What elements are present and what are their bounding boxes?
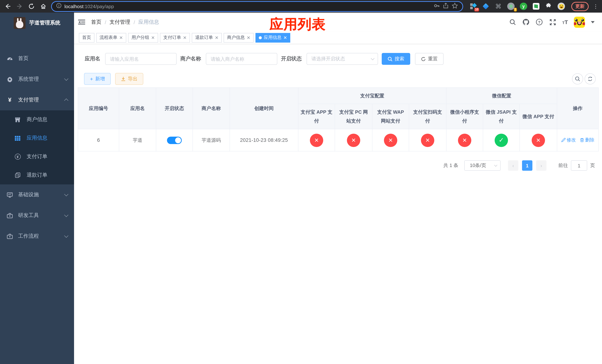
toolbox-icon <box>7 233 13 239</box>
close-icon[interactable]: ✕ <box>183 35 187 40</box>
group-wechat-config: 微信配置 <box>446 87 557 104</box>
page-number-button[interactable]: 1 <box>522 160 532 171</box>
tab-refund-order[interactable]: 退款订单✕ <box>192 33 222 43</box>
status-label: 开启状态 <box>281 55 302 62</box>
breadcrumb: 首页 / 支付管理 / 应用信息 <box>91 19 159 25</box>
close-icon[interactable]: ✕ <box>215 35 218 40</box>
next-page-button[interactable]: › <box>536 160 547 171</box>
col-actions: 操作 <box>557 87 599 129</box>
tab-app-info[interactable]: 应用信息✕ <box>256 33 290 43</box>
share-icon[interactable] <box>443 3 449 10</box>
close-icon[interactable]: ✕ <box>151 35 155 40</box>
chevron-down-icon <box>64 192 68 196</box>
search-icon <box>575 76 580 81</box>
refresh-table-button[interactable] <box>585 73 596 85</box>
payment-submenu: 商户信息 应用信息 ¥ 支付订单 <box>0 110 74 184</box>
extension-y-icon[interactable]: y <box>519 2 527 10</box>
browser-update-button[interactable]: 更新 <box>571 2 589 11</box>
cell-created-time: 2021-10-23 08:49:25 <box>230 129 298 151</box>
breadcrumb-home[interactable]: 首页 <box>91 19 101 25</box>
toggle-search-button[interactable] <box>572 73 583 85</box>
goto-page-input[interactable] <box>571 160 587 171</box>
sidebar-item-infrastructure[interactable]: 基础设施 <box>0 184 74 205</box>
search-button[interactable]: 搜索 <box>382 53 410 65</box>
browser-forward-icon[interactable] <box>15 1 24 11</box>
table-row: 6 芋道 芋道源码 2021-10-23 08:49:25 <box>78 129 599 151</box>
page-info-icon[interactable] <box>56 3 62 10</box>
cell-app-name: 芋道 <box>119 129 156 151</box>
sidebar-item-refund-order[interactable]: 退款订单 <box>0 166 74 184</box>
browser-home-icon[interactable] <box>39 1 48 11</box>
page-size-select[interactable]: 10条/页 <box>464 160 501 171</box>
sidebar-item-label: 首页 <box>18 55 29 62</box>
merchant-name-label: 商户名称 <box>180 55 201 62</box>
font-size-icon[interactable]: TT <box>562 19 568 25</box>
extension-camera-icon[interactable]: 1 <box>507 2 515 10</box>
sidebar-item-workflow[interactable]: 工作流程 <box>0 226 74 247</box>
tab-home[interactable]: 首页✕ <box>79 33 94 43</box>
password-key-icon[interactable] <box>434 2 440 10</box>
extension-gem-icon[interactable] <box>482 2 490 10</box>
sidebar-item-label: 商户信息 <box>27 116 47 123</box>
profile-avatar-icon[interactable] <box>557 2 565 10</box>
sidebar-item-label: 系统管理 <box>18 76 39 83</box>
extension-chat-icon[interactable] <box>532 2 540 10</box>
sidebar-item-payment[interactable]: ¥ 支付管理 <box>0 90 74 110</box>
edit-button[interactable]: 修改 <box>561 137 576 143</box>
prev-page-button[interactable]: ‹ <box>508 160 518 171</box>
alipay-qr-status-icon <box>421 133 434 147</box>
close-icon[interactable]: ✕ <box>247 35 250 40</box>
extension-blocks-icon[interactable]: 10 <box>469 2 477 10</box>
add-button[interactable]: + 新增 <box>84 73 111 85</box>
address-bar[interactable]: localhost:1024/pay/app <box>52 2 462 11</box>
export-button[interactable]: 导出 <box>115 73 143 85</box>
sidebar-item-pay-order[interactable]: ¥ 支付订单 <box>0 147 74 166</box>
alipay-wap-status-icon <box>384 133 397 147</box>
browser-reload-icon[interactable] <box>27 1 36 11</box>
status-toggle[interactable] <box>167 137 182 144</box>
user-avatar[interactable] <box>574 16 585 28</box>
github-icon[interactable] <box>522 18 530 26</box>
group-alipay-config: 支付宝配置 <box>298 87 446 104</box>
tab-merchant-info[interactable]: 商户信息✕ <box>224 33 254 43</box>
reset-button[interactable]: 重置 <box>415 53 443 65</box>
breadcrumb-payment[interactable]: 支付管理 <box>110 19 130 25</box>
status-select[interactable]: 请选择开启状态 <box>307 53 378 65</box>
dashboard-icon <box>7 55 13 62</box>
alipay-pc-status-icon <box>347 133 360 147</box>
table-group-header-row: 应用编号 应用名 开启状态 商户名称 创建时间 支付宝配置 微信配置 操作 <box>78 87 599 104</box>
sidebar-item-label: 研发工具 <box>18 212 39 219</box>
pagination-total: 共 1 条 <box>443 162 458 169</box>
tab-pay-order[interactable]: 支付订单✕ <box>160 33 190 43</box>
document-icon <box>14 172 21 178</box>
fullscreen-icon[interactable] <box>549 18 556 26</box>
browser-back-icon[interactable] <box>3 1 13 11</box>
sidebar-item-system[interactable]: 系统管理 <box>0 69 74 90</box>
chevron-down-icon <box>371 56 375 60</box>
tab-user-group[interactable]: 用户分组✕ <box>128 33 158 43</box>
browser-menu-icon[interactable]: ⋮ <box>593 3 598 9</box>
close-icon[interactable]: ✕ <box>283 35 287 40</box>
avatar-caret-icon[interactable] <box>591 21 595 23</box>
sidebar-item-label: 应用信息 <box>27 135 47 141</box>
sidebar-item-app-info[interactable]: 应用信息 <box>0 129 74 147</box>
header-search-icon[interactable] <box>509 18 516 26</box>
col-alipay-pc: 支付宝 PC 网站支付 <box>335 104 372 129</box>
sidebar-item-home[interactable]: 首页 <box>0 48 74 69</box>
app-title: 芋道管理系统 <box>29 20 60 26</box>
filter-form: 应用名 商户名称 开启状态 请选择开启状态 搜索 重置 <box>85 53 598 65</box>
sidebar-logo[interactable]: 芋道管理系统 <box>0 13 74 33</box>
close-icon[interactable]: ✕ <box>119 35 123 40</box>
help-icon[interactable]: ? <box>536 18 543 26</box>
pagination: 共 1 条 10条/页 ‹ 1 › 前往 页 <box>78 160 598 171</box>
tab-process-form[interactable]: 流程表单✕ <box>96 33 126 43</box>
sidebar-item-dev-tools[interactable]: 研发工具 <box>0 205 74 226</box>
extensions-puzzle-icon[interactable] <box>545 2 553 10</box>
merchant-name-input[interactable] <box>206 53 277 65</box>
bookmark-star-icon[interactable] <box>452 2 458 10</box>
sidebar-collapse-icon[interactable] <box>78 18 85 26</box>
app-name-input[interactable] <box>105 53 177 65</box>
extension-command-icon[interactable]: ⌘ <box>494 2 502 10</box>
sidebar-item-merchant-info[interactable]: 商户信息 <box>0 110 74 129</box>
delete-button[interactable]: 删除 <box>580 137 594 143</box>
